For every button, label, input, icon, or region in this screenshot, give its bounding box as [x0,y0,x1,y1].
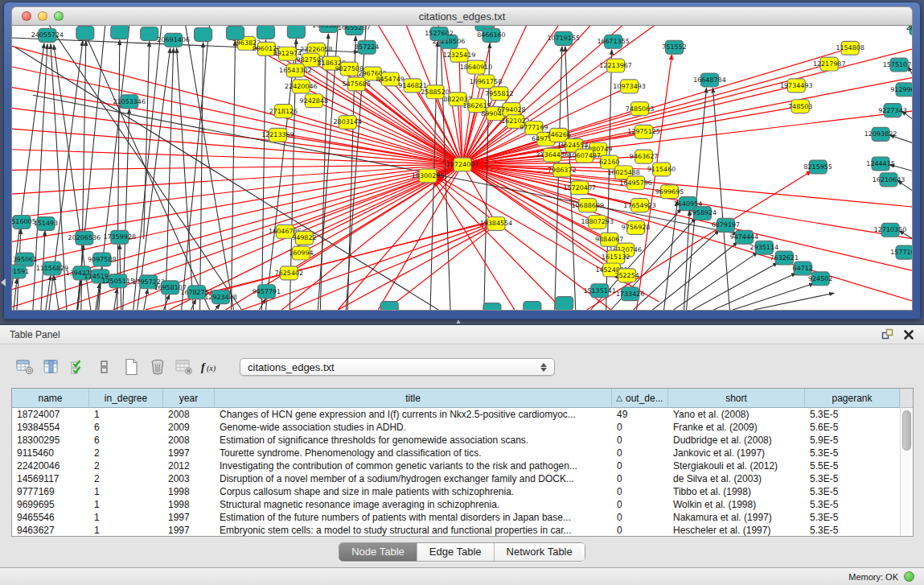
column-header-name[interactable]: name [12,389,89,407]
graph-node[interactable]: 2935114 [750,241,778,254]
graph-node[interactable]: 7625402 [275,266,303,280]
zoom-window-icon[interactable] [54,11,64,21]
graph-node[interactable]: 751552 [662,40,686,54]
table-row[interactable]: 2242004622012Investigating the contribut… [12,459,900,472]
graph-node[interactable]: 15135141 [583,284,616,298]
edge-black[interactable] [117,40,120,310]
graph-node[interactable]: 12093822 [864,127,897,141]
close-panel-icon[interactable] [903,329,914,340]
graph-node[interactable]: 2516005 [12,215,36,229]
graph-node[interactable]: 9474444 [730,230,758,244]
graph-node[interactable]: 19734493 [780,79,813,93]
graph-node[interactable]: 151493 [34,216,58,230]
select-columns-icon[interactable] [68,358,88,376]
graph-node[interactable]: 9699695 [655,185,684,199]
table-row[interactable]: 1456911722003Disruption of a novel membe… [12,472,900,485]
table-row[interactable]: 969969511998Structural magnetic resonanc… [12,498,900,511]
tab-node-table[interactable]: Node Table [339,543,417,561]
graph-node[interactable] [257,26,274,39]
graph-node[interactable] [195,27,212,41]
edge-black[interactable] [144,289,148,310]
edge-black[interactable] [754,293,834,310]
edge-red[interactable] [290,225,493,310]
graph-node[interactable]: 9097588 [88,253,116,266]
graph-node[interactable]: 12217987 [813,57,846,71]
graph-node[interactable]: 12213967 [599,59,632,72]
graph-node[interactable] [141,27,158,40]
graph-node[interactable]: 64712 [793,262,813,275]
graph-node[interactable]: 924502 [808,272,832,286]
table-row[interactable]: 1938455462009Genome-wide association stu… [12,421,900,434]
edge-red[interactable] [462,165,912,302]
graph-node[interactable]: 748503 [788,100,812,113]
table-scrollbar[interactable] [900,389,913,536]
graph-node[interactable] [380,302,398,310]
edge-black[interactable] [684,211,690,310]
edge-red[interactable] [12,87,462,164]
graph-node[interactable]: 8215955 [803,160,832,174]
network-window-titlebar[interactable]: citations_edges.txt [11,6,913,26]
edge-black[interactable] [713,88,729,310]
graph-node[interactable]: 9756928 [622,220,650,234]
minimize-window-icon[interactable] [38,11,47,21]
graph-node[interactable] [76,26,94,39]
edge-black[interactable] [114,288,117,310]
graph-node[interactable] [287,26,305,38]
graph-node[interactable]: 10688609 [571,199,604,212]
graph-node[interactable]: 1244415 [866,157,894,171]
graph-node[interactable]: 22420046 [285,80,318,93]
graph-node[interactable]: 17359928 [103,230,136,244]
edge-black[interactable] [200,43,203,310]
graph-node[interactable] [556,297,573,310]
column-header-out_de[interactable]: △out_de... [612,389,668,407]
edge-red[interactable] [462,111,912,164]
table-row[interactable]: 1872400712008Changes of HCN gene express… [12,408,900,421]
tab-edge-table[interactable]: Edge Table [417,543,495,561]
table-row[interactable]: 946362711997Embryonic stem cells: a mode… [12,524,900,536]
graph-node[interactable]: 2718126 [269,105,298,118]
table-row[interactable]: 946554611997Estimation of the future num… [12,511,900,524]
graph-node[interactable] [524,302,541,310]
graph-node[interactable]: 9463627 [630,150,658,163]
column-header-title[interactable]: title [215,389,612,407]
graph-node[interactable]: 857224 [355,40,379,54]
tab-network-table[interactable]: Network Table [495,543,585,561]
graph-node[interactable]: 1154808 [836,41,864,55]
edge-black[interactable] [133,26,162,310]
row-height-icon[interactable] [94,358,115,376]
show-columns-icon[interactable] [41,358,62,376]
graph-node[interactable]: 160994 [289,246,313,260]
graph-node[interactable]: 10973493 [613,80,646,93]
graph-node[interactable] [483,303,501,310]
graph-node[interactable]: 1577103 [890,245,912,259]
graph-node[interactable]: 12710350 [874,223,907,237]
table-mode-icon[interactable] [14,358,35,376]
scrollbar-thumb[interactable] [902,410,911,451]
graph-node[interactable]: 252254 [614,269,639,282]
graph-node[interactable]: 15751074 [883,58,912,72]
graph-node[interactable]: 9129966 [890,83,912,97]
function-builder-icon[interactable]: f(x) [200,358,221,376]
edge-red[interactable] [435,179,563,310]
edge-black[interactable] [216,304,220,310]
delete-table-icon[interactable] [174,358,195,376]
close-window-icon[interactable] [22,11,31,21]
graph-node[interactable]: 17654923 [623,199,656,212]
table-row[interactable]: 911546021997Tourette syndrome. Phenomeno… [12,447,900,459]
edge-black[interactable] [144,42,150,239]
delete-column-icon[interactable] [147,358,168,376]
network-view-window[interactable]: citations_edges.txt 18724007183002952242… [3,2,921,319]
edge-black[interactable] [164,295,170,310]
edge-red[interactable] [433,180,515,310]
edge-red[interactable] [338,225,494,310]
graph-node[interactable]: 20206536 [68,231,101,245]
edge-black[interactable] [259,299,265,310]
float-panel-icon[interactable] [881,328,893,340]
scrollbar-track[interactable] [901,408,913,536]
new-column-icon[interactable] [121,358,142,376]
graph-node[interactable]: 949822 [292,231,316,245]
edge-red[interactable] [12,108,462,164]
edge-red[interactable] [12,165,462,218]
column-header-year[interactable]: year [163,389,215,407]
graph-node[interactable]: 9115460 [647,163,676,176]
